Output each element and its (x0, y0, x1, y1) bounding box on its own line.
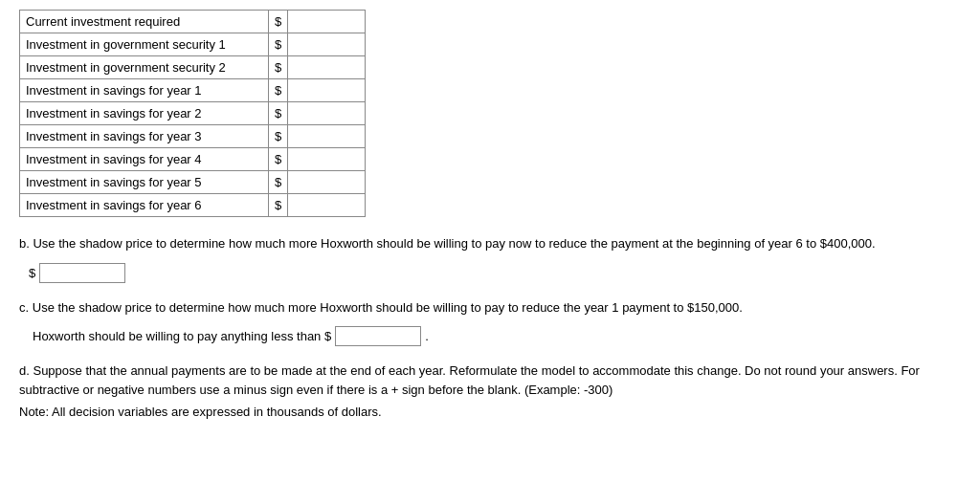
table-row-dollar: $ (269, 33, 288, 55)
table-row-dollar: $ (269, 148, 288, 170)
table-row: Investment in savings for year 3$ (20, 125, 365, 148)
table-input-cell (288, 79, 365, 101)
section-c-text: c. Use the shadow price to determine how… (19, 298, 961, 318)
table-row: Investment in savings for year 2$ (20, 102, 365, 125)
table-row-dollar: $ (269, 125, 288, 147)
table-row-dollar: $ (269, 56, 288, 78)
table-row: Current investment required$ (20, 11, 365, 33)
section-c-suffix: . (425, 329, 429, 343)
table-input-cell (288, 194, 365, 216)
section-c-input-row: Hoxworth should be willing to pay anythi… (19, 326, 961, 346)
table-row-dollar: $ (269, 11, 288, 33)
table-input-row-7[interactable] (288, 171, 365, 193)
table-row: Investment in savings for year 4$ (20, 148, 365, 171)
table-row: Investment in government security 2$ (20, 56, 365, 79)
section-d-label: d. (19, 363, 30, 378)
section-c-input[interactable] (335, 326, 421, 346)
table-input-cell (288, 148, 365, 170)
section-c-prefix: Hoxworth should be willing to pay anythi… (33, 329, 331, 343)
table-input-cell (288, 11, 365, 33)
table-row: Investment in savings for year 6$ (20, 194, 365, 216)
table-row-label: Investment in government security 1 (20, 33, 269, 55)
table-row: Investment in savings for year 1$ (20, 79, 365, 102)
section-b-dollar: $ (29, 266, 35, 280)
section-b-input-row: $ (19, 263, 961, 283)
table-row-label: Investment in savings for year 3 (20, 125, 269, 147)
table-row-dollar: $ (269, 79, 288, 101)
section-d: d. Suppose that the annual payments are … (19, 362, 961, 422)
section-c-label: c. (19, 300, 29, 315)
section-c-description: Use the shadow price to determine how mu… (33, 300, 743, 315)
table-input-row-5[interactable] (288, 125, 365, 147)
table-row-dollar: $ (269, 194, 288, 216)
table-row-dollar: $ (269, 102, 288, 124)
table-row: Investment in government security 1$ (20, 33, 365, 56)
table-row-label: Investment in government security 2 (20, 56, 269, 78)
section-b-description: Use the shadow price to determine how mu… (33, 236, 875, 251)
table-row-dollar: $ (269, 171, 288, 193)
section-b-text: b. Use the shadow price to determine how… (19, 234, 961, 253)
table-row-label: Investment in savings for year 6 (20, 194, 269, 216)
section-d-note: Note: All decision variables are express… (19, 403, 961, 422)
table-input-row-1[interactable] (288, 33, 365, 55)
section-c: c. Use the shadow price to determine how… (19, 298, 961, 347)
table-row: Investment in savings for year 5$ (20, 171, 365, 194)
table-input-cell (288, 33, 365, 55)
table-input-row-0[interactable] (288, 11, 365, 33)
section-d-text: d. Suppose that the annual payments are … (19, 362, 961, 399)
table-row-label: Investment in savings for year 5 (20, 171, 269, 193)
table-input-cell (288, 125, 365, 147)
table-row-label: Current investment required (20, 11, 269, 33)
section-d-description: Suppose that the annual payments are to … (19, 363, 920, 397)
table-row-label: Investment in savings for year 4 (20, 148, 269, 170)
table-input-cell (288, 102, 365, 124)
table-input-cell (288, 171, 365, 193)
table-input-row-2[interactable] (288, 56, 365, 78)
table-input-row-4[interactable] (288, 102, 365, 124)
table-row-label: Investment in savings for year 1 (20, 79, 269, 101)
table-input-row-3[interactable] (288, 79, 365, 101)
table-row-label: Investment in savings for year 2 (20, 102, 269, 124)
investment-table: Current investment required$Investment i… (19, 10, 366, 217)
section-b: b. Use the shadow price to determine how… (19, 234, 961, 283)
section-b-label: b. (19, 236, 30, 251)
table-input-row-6[interactable] (288, 148, 365, 170)
section-b-input[interactable] (39, 263, 125, 283)
table-input-cell (288, 56, 365, 78)
table-input-row-8[interactable] (288, 194, 365, 216)
